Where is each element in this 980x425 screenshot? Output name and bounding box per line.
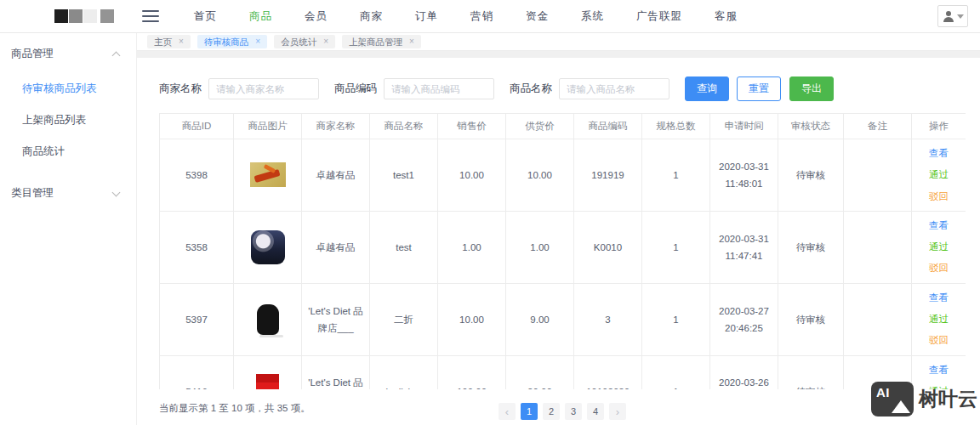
cell-product-code: 191919 — [574, 139, 642, 212]
filter-product-name: 商品名称 — [510, 78, 669, 99]
cell-actions: 查看通过 驳回 — [912, 283, 966, 355]
hamburger-menu-icon[interactable] — [142, 10, 159, 22]
search-button[interactable]: 查询 — [685, 76, 729, 101]
nav-item-support[interactable]: 客服 — [698, 9, 754, 24]
table-row: 5397 'Let's Diet 品牌店___ 二折 10.00 9.00 3 … — [160, 283, 966, 355]
cell-product-code: K0010 — [574, 211, 642, 283]
reset-button[interactable]: 重置 — [737, 76, 781, 101]
cell-sale-price: 1.00 — [438, 211, 506, 283]
nav-item-ad-union[interactable]: 广告联盟 — [620, 9, 698, 24]
sidebar-item-pending-products[interactable]: 待审核商品列表 — [0, 73, 136, 105]
tab-bar: 主页 × 待审核商品 × 会员统计 × 上架商品管理 × — [137, 33, 980, 51]
mountain-icon — [892, 400, 910, 413]
sidebar-item-listed-products[interactable]: 上架商品列表 — [0, 105, 136, 136]
sidebar-group-label: 商品管理 — [11, 47, 54, 61]
tab-home[interactable]: 主页 × — [147, 35, 191, 48]
prev-page-button[interactable]: ‹ — [499, 403, 516, 420]
col-header-sale-price: 销售价 — [438, 114, 506, 139]
cell-supply-price: 20.00 — [506, 355, 574, 389]
sidebar-group-product-management[interactable]: 商品管理 — [0, 40, 136, 68]
pagination-summary: 当前显示第 1 至 10 项，共 35 项。 — [159, 402, 311, 415]
tab-pending-products[interactable]: 待审核商品 × — [197, 35, 267, 48]
view-link[interactable]: 查看 — [929, 365, 949, 375]
close-icon[interactable]: × — [179, 37, 184, 47]
filter-label: 商品编码 — [334, 82, 377, 96]
nav-item-products[interactable]: 商品 — [233, 9, 288, 24]
page-button-4[interactable]: 4 — [587, 403, 604, 420]
col-header-actions: 操作 — [912, 114, 966, 139]
approve-link[interactable]: 通过 — [929, 169, 949, 179]
cell-merchant-name: 卓越有品 — [302, 211, 370, 283]
table-row: 5398 卓越有品 test1 10.00 10.00 191919 1 202… — [160, 139, 966, 212]
cell-spec-count: 1 — [642, 283, 710, 355]
nav-item-members[interactable]: 会员 — [288, 9, 344, 24]
close-icon[interactable]: × — [255, 37, 260, 47]
col-header-review-status: 审核状态 — [778, 114, 844, 139]
tab-member-stats[interactable]: 会员统计 × — [274, 35, 335, 48]
product-image — [251, 230, 285, 264]
product-name-input[interactable] — [559, 78, 669, 99]
cell-product-code: 10102020 — [574, 355, 642, 389]
chevron-down-icon — [112, 188, 121, 196]
nav-item-merchants[interactable]: 商家 — [344, 9, 399, 24]
sidebar: 商品管理 待审核商品列表 上架商品列表 商品统计 类目管理 — [0, 33, 137, 425]
approve-link[interactable]: 通过 — [929, 314, 949, 324]
filter-label: 商家名称 — [159, 82, 202, 96]
next-page-button[interactable]: › — [609, 403, 626, 420]
cell-product-name: test1 — [370, 139, 438, 212]
page-button-3[interactable]: 3 — [565, 403, 582, 420]
col-header-remark: 备注 — [844, 114, 912, 139]
cell-product-id: 5398 — [160, 139, 234, 212]
cell-product-image — [234, 283, 302, 355]
cell-sale-price: 10.00 — [438, 283, 506, 355]
nav-item-home[interactable]: 首页 — [178, 9, 233, 24]
cell-product-code: 3 — [574, 283, 642, 355]
cell-spec-count: 1 — [642, 355, 710, 389]
nav-item-funds[interactable]: 资金 — [510, 9, 565, 24]
nav-item-system[interactable]: 系统 — [565, 9, 620, 24]
close-icon[interactable]: × — [409, 37, 414, 47]
user-avatar-dropdown[interactable] — [937, 5, 968, 27]
cell-spec-count: 1 — [642, 139, 710, 212]
cell-product-image — [234, 211, 302, 283]
logo-square-1 — [54, 9, 68, 23]
cell-apply-time: 2020-03-26 17:40:48 — [710, 355, 778, 389]
view-link[interactable]: 查看 — [929, 292, 949, 303]
cell-product-name: test — [370, 211, 438, 283]
approve-link[interactable]: 通过 — [929, 241, 949, 252]
cell-merchant-name: 卓越有品 — [302, 139, 370, 212]
reject-link[interactable]: 驳回 — [929, 335, 949, 345]
tab-listed-product-management[interactable]: 上架商品管理 × — [342, 35, 421, 48]
reject-link[interactable]: 驳回 — [929, 263, 949, 273]
close-icon[interactable]: × — [323, 37, 328, 47]
col-header-supply-price: 供货价 — [506, 114, 574, 139]
view-link[interactable]: 查看 — [929, 148, 949, 158]
avatar-icon — [943, 10, 954, 22]
page-button-1[interactable]: 1 — [521, 403, 538, 420]
merchant-name-input[interactable] — [208, 78, 319, 99]
nav-item-orders[interactable]: 订单 — [399, 9, 454, 24]
cell-spec-count: 1 — [642, 211, 710, 283]
view-link[interactable]: 查看 — [929, 220, 949, 230]
cell-review-status: 待审核 — [778, 355, 844, 389]
logo — [0, 0, 137, 32]
page-button-2[interactable]: 2 — [543, 403, 560, 420]
admin-app: 首页 商品 会员 商家 订单 营销 资金 系统 广告联盟 客服 商品管理 待审核… — [0, 0, 980, 425]
tab-label: 上架商品管理 — [349, 37, 402, 47]
cell-actions: 查看通过 驳回 — [912, 211, 966, 283]
col-header-apply-time: 申请时间 — [710, 114, 778, 139]
tab-label: 会员统计 — [281, 37, 316, 47]
reject-link[interactable]: 驳回 — [929, 191, 949, 201]
product-code-input[interactable] — [384, 78, 494, 99]
cell-product-name: xinglixiang — [370, 355, 438, 389]
cell-product-id: 5358 — [160, 211, 234, 283]
cell-remark — [844, 283, 912, 355]
cell-sale-price: 100.00 — [438, 355, 506, 389]
cell-product-image — [234, 355, 302, 389]
main-area: 主页 × 待审核商品 × 会员统计 × 上架商品管理 × — [137, 33, 980, 425]
nav-item-marketing[interactable]: 营销 — [454, 9, 510, 24]
watermark-logo-icon: AI — [871, 382, 914, 416]
export-button[interactable]: 导出 — [789, 76, 834, 101]
sidebar-group-category-management[interactable]: 类目管理 — [0, 179, 136, 207]
sidebar-item-product-stats[interactable]: 商品统计 — [0, 136, 136, 167]
